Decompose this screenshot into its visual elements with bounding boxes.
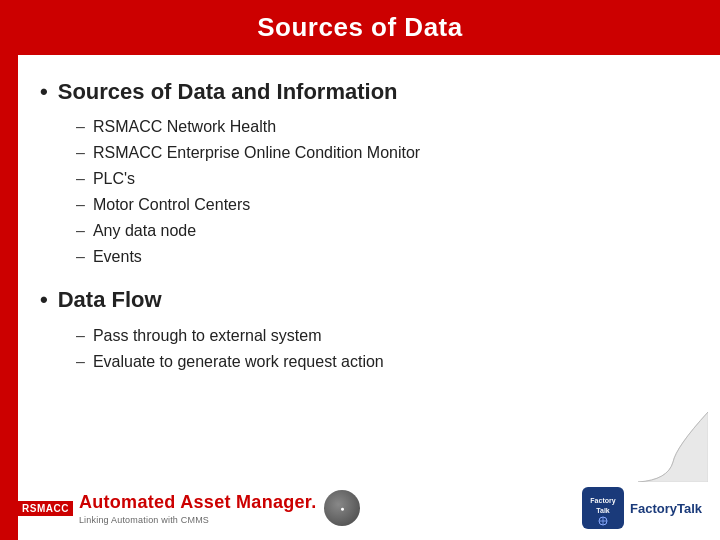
- footer: RSMACC Automated Asset Manager. Linking …: [0, 480, 720, 540]
- sub-item-label: Evaluate to generate work request action: [93, 350, 384, 374]
- svg-text:Talk: Talk: [596, 507, 610, 514]
- slide: Sources of Data • Sources of Data and In…: [0, 0, 720, 540]
- footer-logo-text: Automated Asset Manager.: [79, 492, 317, 513]
- dash-icon: –: [76, 141, 85, 165]
- sub-item-label: Any data node: [93, 219, 196, 243]
- bullet-dot-1: •: [40, 79, 48, 105]
- list-item: – Motor Control Centers: [76, 193, 680, 217]
- list-item: – RSMACC Enterprise Online Condition Mon…: [76, 141, 680, 165]
- sub-item-label: Pass through to external system: [93, 324, 322, 348]
- sub-item-label: Motor Control Centers: [93, 193, 250, 217]
- footer-logo-sub: Linking Automation with CMMS: [79, 515, 209, 525]
- dash-icon: –: [76, 193, 85, 217]
- section-sources-label: Sources of Data and Information: [58, 79, 398, 105]
- header: Sources of Data: [0, 0, 720, 55]
- list-item: – Any data node: [76, 219, 680, 243]
- dash-icon: –: [76, 245, 85, 269]
- bullet-dot-2: •: [40, 287, 48, 313]
- section-sources-heading: • Sources of Data and Information: [40, 79, 680, 105]
- sub-item-label: RSMACC Enterprise Online Condition Monit…: [93, 141, 420, 165]
- section-sources: • Sources of Data and Information – RSMA…: [40, 79, 680, 269]
- factory-talk-logo: Factory Talk FactoryTalk: [582, 487, 702, 529]
- list-item: – Events: [76, 245, 680, 269]
- footer-logo-block: Automated Asset Manager. Linking Automat…: [79, 492, 317, 525]
- dataflow-sub-list: – Pass through to external system – Eval…: [76, 324, 680, 374]
- footer-right: Factory Talk FactoryTalk: [582, 487, 702, 529]
- sub-item-label: PLC's: [93, 167, 135, 191]
- rsmacc-badge: ●: [324, 490, 360, 526]
- dash-icon: –: [76, 350, 85, 374]
- dash-icon: –: [76, 219, 85, 243]
- factory-talk-label: FactoryTalk: [630, 501, 702, 516]
- page-curl: [638, 412, 708, 482]
- section-dataflow-label: Data Flow: [58, 287, 162, 313]
- rsmacc-label: RSMACC: [18, 501, 73, 516]
- section-dataflow-heading: • Data Flow: [40, 287, 680, 313]
- dash-icon: –: [76, 324, 85, 348]
- section-dataflow: • Data Flow – Pass through to external s…: [40, 287, 680, 373]
- dash-icon: –: [76, 115, 85, 139]
- dash-icon: –: [76, 167, 85, 191]
- svg-text:Factory: Factory: [590, 497, 615, 505]
- list-item: – RSMACC Network Health: [76, 115, 680, 139]
- sub-item-label: Events: [93, 245, 142, 269]
- sub-item-label: RSMACC Network Health: [93, 115, 276, 139]
- rsmacc-stripe: [0, 0, 18, 540]
- footer-left: RSMACC Automated Asset Manager. Linking …: [18, 490, 360, 526]
- list-item: – Pass through to external system: [76, 324, 680, 348]
- sources-sub-list: – RSMACC Network Health – RSMACC Enterpr…: [76, 115, 680, 269]
- factory-talk-icon: Factory Talk: [582, 487, 624, 529]
- main-content: • Sources of Data and Information – RSMA…: [0, 55, 720, 480]
- list-item: – PLC's: [76, 167, 680, 191]
- list-item: – Evaluate to generate work request acti…: [76, 350, 680, 374]
- slide-title: Sources of Data: [257, 12, 462, 42]
